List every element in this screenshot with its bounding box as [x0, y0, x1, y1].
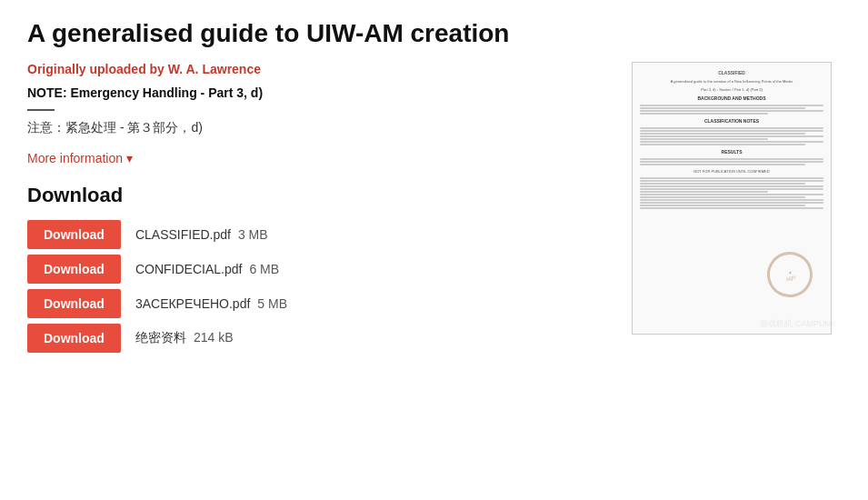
download-item: DownloadCLASSIFIED.pdf3 MB [27, 220, 614, 249]
uploaded-by: Originally uploaded by W. A. Lawrence [27, 62, 614, 76]
download-item: Download3АCЕКРЕЧЕНО.pdf5 MB [27, 289, 614, 318]
page-title: A generalised guide to UIW-AM creation [27, 18, 841, 49]
download-section-title: Download [27, 184, 614, 207]
note-text: NOTE: Emergency Handling - Part 3, d) [27, 85, 614, 100]
file-info-4: 绝密资料214 kB [135, 330, 234, 346]
watermark: 游戏机机 CAMPUNK [760, 318, 836, 330]
file-name: 3АCЕКРЕЧЕНО.pdf [135, 296, 250, 311]
document-preview: CLASSIFIED A generalised guide to the cr… [632, 62, 832, 335]
download-button-1[interactable]: Download [27, 220, 121, 249]
document-stamp: ✦sign [762, 246, 817, 302]
chinese-note: 注意：紧急处理 - 第３部分，d) [27, 120, 614, 136]
file-name: 绝密资料 [135, 330, 186, 345]
file-size: 5 MB [257, 296, 287, 311]
file-size: 6 MB [249, 262, 279, 276]
chevron-down-icon: ▾ [126, 151, 133, 165]
file-name: CONFIDECIAL.pdf [135, 262, 242, 276]
download-button-4[interactable]: Download [27, 324, 121, 353]
author-name: W. A. Lawrence [168, 62, 261, 76]
download-item: DownloadCONFIDECIAL.pdf6 MB [27, 255, 614, 284]
file-info-3: 3АCЕКРЕЧЕНО.pdf5 MB [135, 296, 287, 311]
download-item: Download绝密资料214 kB [27, 324, 614, 353]
file-size: 3 MB [238, 227, 268, 242]
file-size: 214 kB [194, 330, 234, 345]
divider [27, 109, 55, 111]
download-list: DownloadCLASSIFIED.pdf3 MBDownloadCONFID… [27, 220, 614, 353]
download-button-3[interactable]: Download [27, 289, 121, 318]
file-info-1: CLASSIFIED.pdf3 MB [135, 227, 268, 242]
more-info-link[interactable]: More information ▾ [27, 151, 133, 165]
file-name: CLASSIFIED.pdf [135, 227, 231, 242]
more-info-label: More information [27, 151, 123, 165]
document-preview-area: CLASSIFIED A generalised guide to the cr… [632, 62, 841, 335]
download-button-2[interactable]: Download [27, 255, 121, 284]
file-info-2: CONFIDECIAL.pdf6 MB [135, 262, 279, 276]
uploaded-by-prefix: Originally uploaded by [27, 62, 168, 76]
